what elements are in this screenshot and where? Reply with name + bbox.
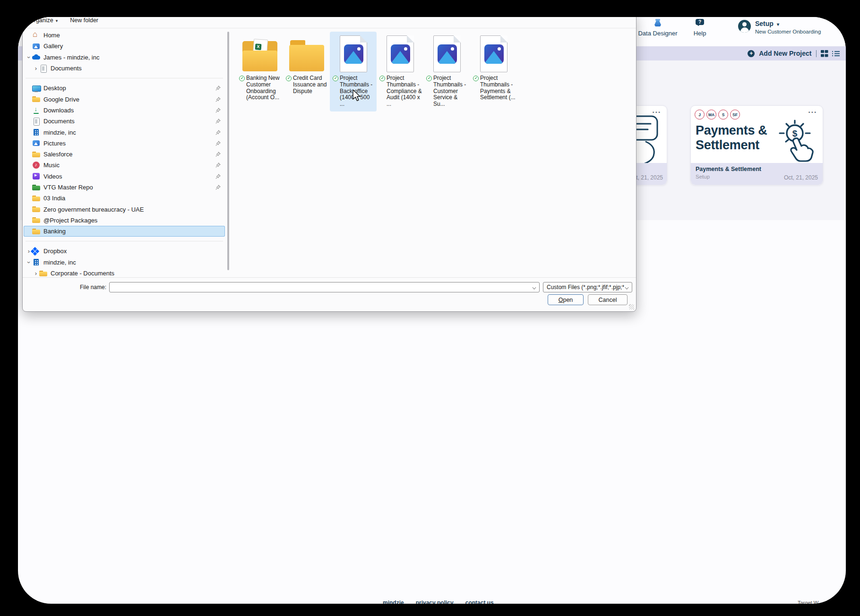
sidebar-item[interactable]: Salesforce [24,149,225,160]
sidebar-item[interactable]: Pictures [24,138,225,149]
chevron-icon[interactable] [33,270,39,277]
file-name-field[interactable] [112,283,528,291]
member-avatar[interactable]: SF [730,110,740,120]
sidebar-item[interactable]: Music [24,160,225,171]
footer-link[interactable]: privacy policy [416,599,454,604]
sidebar-item-label: James - mindzie, inc [43,54,99,61]
setup-menu[interactable]: Setup New Customer Onboarding [755,20,821,34]
sidebar-item[interactable]: mindzie, inc [24,127,225,137]
chat-illustration-icon [632,113,666,166]
add-new-project-button[interactable]: Add New Project [759,50,811,57]
sidebar-item-label: Corporate - Documents [51,270,114,277]
card-title: Payments & Settlement [696,123,767,153]
file-name-input[interactable] [109,282,540,292]
image-icon [387,35,414,72]
card-menu-button[interactable]: ... [808,106,817,115]
chevron-down-icon[interactable] [533,286,536,290]
sidebar-item[interactable]: Downloads [24,105,225,116]
project-card-payments[interactable]: JMASSF ... Payments & Settlement $ Payme… [690,105,823,185]
dialog-command-bar: Organize New folder [23,17,636,28]
resize-grip[interactable] [629,304,634,309]
footer-link[interactable]: mindzie [383,599,404,604]
sidebar-item[interactable]: Videos [24,171,225,182]
file-item[interactable]: ProjectThumbnails -Payments &Settlement … [470,32,517,105]
nav-help[interactable]: Help [684,19,715,37]
doc-icon [32,118,40,125]
member-avatar[interactable]: S [718,110,728,120]
sidebar-item-label: Home [43,32,60,39]
sidebar-item[interactable]: Gallery [24,41,225,51]
member-avatar[interactable]: J [695,110,705,120]
sidebar-item[interactable]: Documents [24,116,225,127]
sidebar-item-label: mindzie, inc [43,259,76,266]
sidebar-item-label: VTG Master Repo [43,184,93,191]
sidebar-item[interactable]: James - mindzie, inc [24,52,225,63]
folder-icon [32,228,40,235]
nav-data-designer[interactable]: Data Designer [635,19,680,37]
sidebar-item[interactable]: @Project Packages [24,215,225,226]
sidebar-item[interactable]: Home [24,30,225,41]
footer-link[interactable]: contact us [465,599,494,604]
download-icon [32,106,40,114]
sidebar-item-label: @Project Packages [43,217,97,224]
file-item[interactable]: ProjectThumbnails -Compliance &Audit (14… [377,32,423,111]
cloud-icon [32,53,40,61]
file-name: Credit CardIssuance andDispute [293,75,327,94]
pin-icon [215,174,221,179]
cancel-button[interactable]: Cancel [588,294,628,305]
sidebar-item-label: mindzie, inc [43,129,76,136]
folder-green-icon [32,184,40,191]
chevron-icon[interactable] [26,259,33,265]
dropbox-icon [32,248,40,255]
sidebar-item-label: Pictures [43,140,66,147]
sidebar-item-label: Videos [43,173,62,180]
card-date: Oct, 21, 2025 [784,174,818,181]
sidebar-item[interactable]: Dropbox [24,246,225,257]
file-item[interactable]: Banking NewCustomerOnboarding(Account O.… [236,32,283,105]
sidebar-scrollbar[interactable] [227,32,229,270]
desktop-icon [32,85,40,92]
file-name: ProjectThumbnails -CustomerService & Su.… [433,75,469,108]
file-name: ProjectThumbnails -Compliance &Audit (14… [387,75,422,108]
pin-icon [215,185,221,190]
chevron-down-icon [777,22,779,27]
sidebar-item[interactable]: mindzie, inc [24,257,225,268]
sidebar-item[interactable]: Google Drive [24,94,225,104]
chevron-icon[interactable] [26,248,32,255]
grid-view-icon[interactable] [821,50,828,57]
image-thumbnail-icon [438,44,457,64]
synced-check-icon [286,76,292,81]
synced-check-icon [379,76,385,81]
sidebar-item[interactable]: Banking [24,226,225,237]
divider [23,277,636,278]
file-item[interactable]: ProjectThumbnails -CustomerService & Su.… [423,32,470,111]
synced-check-icon [333,76,338,81]
file-name-label: File name: [68,284,106,291]
file-type-select[interactable]: Custom Files (*.png;*.jfif;*.pjp;* [543,282,632,292]
file-item[interactable]: Credit CardIssuance andDispute [283,32,330,98]
list-view-icon[interactable] [832,51,840,57]
sidebar-item[interactable]: 03 India [24,193,225,204]
sidebar-item-label: Music [43,162,60,169]
chevron-icon[interactable] [33,65,39,72]
sidebar-item[interactable]: Desktop [24,83,225,94]
chevron-icon[interactable] [26,54,33,60]
sidebar-item[interactable]: Documents [24,63,225,74]
app-window: Data Designer Help Setup New Customer On… [18,17,846,604]
setup-label: Setup [755,20,774,27]
open-button[interactable]: Open [548,294,584,305]
chevron-down-icon [56,18,58,23]
image-thumbnail-icon [484,44,504,64]
sidebar-item-label: Dropbox [43,248,67,255]
card-footer: Payments & Settlement Setup Oct, 21, 202… [691,163,823,185]
new-folder-button[interactable]: New folder [70,17,98,24]
folder-icon [39,270,47,277]
sidebar-item[interactable]: VTG Master Repo [24,182,225,193]
synced-check-icon [239,76,245,81]
music-icon [32,162,40,169]
member-avatar[interactable]: MA [706,110,716,120]
user-avatar[interactable] [738,20,751,33]
sidebar-item[interactable]: Zero government bureaucracy - UAE [24,204,225,214]
organize-button[interactable]: Organize [29,17,58,24]
card-date: t, 21, 2025 [636,174,663,181]
